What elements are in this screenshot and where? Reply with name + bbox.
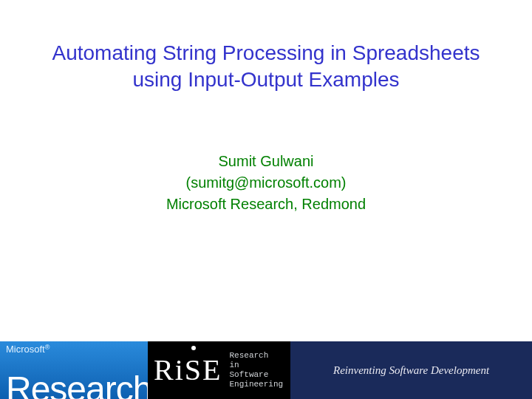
footer-logos: Microsoft® Research RiSE Research in Sof…	[0, 341, 532, 399]
microsoft-research-logo: Microsoft® Research	[0, 341, 148, 399]
title-line2: using Input-Output Examples	[132, 68, 399, 91]
tagline-text: Reinventing Software Development	[333, 364, 489, 377]
msr-brand: Microsoft®	[6, 344, 50, 354]
msr-research-text: Research	[0, 369, 148, 399]
rise-dot-icon	[191, 346, 196, 350]
rise-word: RiSE	[154, 355, 222, 385]
msr-brand-text: Microsoft	[6, 344, 45, 355]
msr-reg-mark: ®	[45, 344, 50, 351]
author-affiliation: Microsoft Research, Redmond	[0, 194, 532, 215]
slide: Automating String Processing in Spreadsh…	[0, 0, 532, 399]
author-email: (sumitg@microsoft.com)	[0, 172, 532, 194]
author-block: Sumit Gulwani (sumitg@microsoft.com) Mic…	[0, 151, 532, 215]
tagline-panel: Reinventing Software Development	[290, 341, 532, 399]
rise-box: RiSE Research in Software Engineering	[154, 351, 283, 390]
rise-logo: RiSE Research in Software Engineering	[148, 341, 290, 399]
slide-title: Automating String Processing in Spreadsh…	[0, 40, 532, 94]
author-name: Sumit Gulwani	[0, 151, 532, 172]
title-line1: Automating String Processing in Spreadsh…	[52, 41, 480, 64]
rise-subtitle: Research in Software Engineering	[229, 351, 283, 390]
